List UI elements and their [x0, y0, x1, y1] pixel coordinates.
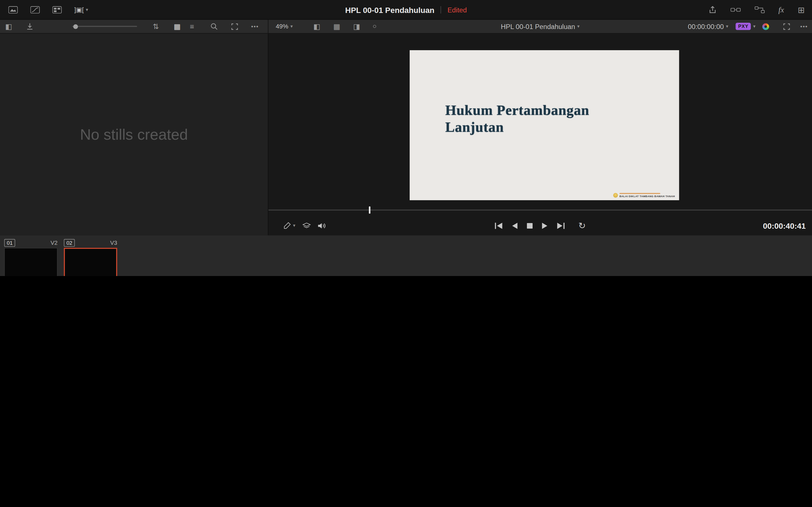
jog-track[interactable] [268, 210, 812, 211]
clip-number: 01 [4, 239, 15, 247]
chevron-down-icon: ▾ [290, 24, 293, 29]
slide-footer-text: BALAI DIKLAT TAMBANG BAWAH TANAH [619, 194, 675, 198]
titlebar-center: HPL 00-01 Pendahuluan Edited [0, 0, 812, 20]
title-divider [441, 6, 441, 13]
viewer-zoom-dropdown[interactable]: 49%▾ [276, 20, 293, 33]
clip-track-label: V2 [50, 239, 57, 245]
topbar-right-icons: fx ⊞ [708, 0, 805, 20]
play-reverse-button[interactable] [512, 222, 518, 229]
stills-gallery-panel: No stills created [0, 34, 268, 235]
viewer-timecode-dropdown[interactable]: 00:00:00:00▾ [688, 20, 728, 33]
transport-controls: ▾ ↻ 00:00:40:41 [268, 216, 812, 235]
viewer-toolbar: HPL 00-01 Pendahuluan▾ 49%▾ ◧ ▦ ◨ 00:00:… [268, 20, 812, 33]
viewer-split-icon[interactable]: ◨ [353, 20, 360, 33]
stop-button[interactable] [527, 223, 532, 228]
timeline-clip[interactable]: 01V2H.265 Main ... ✦ [4, 238, 57, 276]
timeline-clip-dropdown[interactable]: HPL 00-01 Pendahuluan▾ [268, 20, 812, 33]
slide-image: Hukum PertambanganLanjutan BALAI DIKLAT … [410, 50, 679, 200]
slide-footer-line [619, 193, 660, 194]
gallery-more-icon[interactable]: ••• [251, 20, 259, 33]
viewer-panel: Hukum PertambanganLanjutan BALAI DIKLAT … [268, 34, 812, 235]
viewer-more-icon[interactable]: ••• [800, 20, 808, 33]
chevron-down-icon: ▾ [753, 24, 755, 29]
sort-icon[interactable]: ⇅ [153, 20, 159, 33]
clip-thumbnail[interactable] [64, 248, 117, 276]
export-icon[interactable] [708, 6, 717, 14]
timeline-clips-strip: 01V2H.265 Main ... ✦02V3PNG [0, 235, 812, 276]
workspace-layout-icon[interactable]: ⊞ [798, 5, 805, 15]
last-frame-button[interactable] [557, 222, 565, 229]
first-frame-button[interactable] [495, 222, 503, 229]
clip-duration-timecode: 00:00:40:41 [763, 216, 806, 235]
list-view-icon[interactable]: ≡ [190, 20, 194, 33]
viewer-status-dot [373, 20, 376, 33]
grab-still-icon[interactable] [26, 20, 34, 33]
nodes-icon[interactable] [730, 6, 741, 13]
chevron-down-icon: ▾ [726, 24, 728, 29]
davinci-resolve-window: ]▣[▾ HPL 00-01 Pendahuluan Edited fx ⊞ ◧… [0, 0, 812, 276]
effects-library-icon[interactable]: fx [778, 5, 784, 14]
slide-footer: BALAI DIKLAT TAMBANG BAWAH TANAH [613, 193, 675, 198]
proxy-badge[interactable]: PXY▾ [735, 20, 756, 33]
expand-gallery-icon[interactable] [231, 20, 238, 33]
viewer-jog-bar[interactable] [268, 205, 812, 216]
slide-title: Hukum PertambanganLanjutan [445, 102, 589, 136]
main-area: No stills created Hukum PertambanganLanj… [0, 34, 812, 235]
chevron-down-icon: ▾ [577, 24, 579, 29]
viewer-enhanced-icon[interactable]: ▦ [333, 20, 340, 33]
play-button[interactable] [542, 222, 548, 229]
clip-list: 01V2H.265 Main ... ✦02V3PNG [4, 238, 117, 276]
viewer-canvas[interactable]: Hukum PertambanganLanjutan BALAI DIKLAT … [268, 34, 812, 204]
viewer-wipe-icon[interactable]: ◧ [313, 20, 320, 33]
clip-track-label: V3 [110, 239, 117, 245]
thumbnail-size-slider[interactable] [72, 20, 137, 33]
jog-playhead[interactable] [369, 207, 370, 214]
slider-knob[interactable] [73, 24, 78, 29]
topbar: ]▣[▾ HPL 00-01 Pendahuluan Edited fx ⊞ [0, 0, 812, 20]
slider-track[interactable] [72, 26, 137, 27]
clip-number: 02 [64, 239, 75, 247]
grid-view-icon[interactable]: ▦ [174, 20, 181, 33]
slide-logo-icon [613, 193, 618, 198]
gallery-split-icon[interactable]: ◧ [5, 20, 12, 33]
gallery-toolbar: ◧ ⇅ ▦ ≡ ••• [0, 20, 268, 33]
timeline-clip[interactable]: 02V3PNG [64, 238, 117, 276]
viewer-expand-icon[interactable] [783, 20, 790, 33]
clip-thumbnail[interactable] [4, 248, 57, 276]
color-trace-icon[interactable] [762, 20, 769, 33]
playback-buttons: ↻ [268, 216, 812, 235]
gallery-empty-text: No stills created [80, 126, 188, 143]
node-tree-icon[interactable] [754, 6, 765, 13]
project-title: HPL 00-01 Pendahuluan [345, 5, 435, 14]
edited-badge: Edited [448, 6, 467, 14]
loop-button[interactable]: ↻ [578, 220, 586, 231]
search-icon[interactable] [210, 20, 218, 33]
secondary-toolbar: ◧ ⇅ ▦ ≡ ••• HPL 00-01 Pendahuluan▾ 49%▾ … [0, 20, 812, 34]
